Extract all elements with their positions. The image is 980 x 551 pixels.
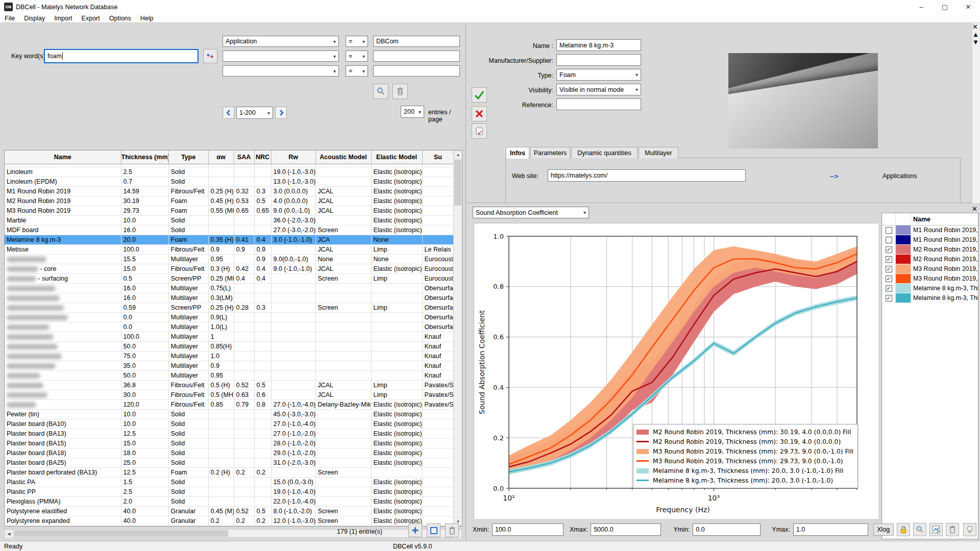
table-row[interactable]: Plaster board (BA10)10.0Solid27.0 (-1.0,…: [5, 419, 454, 429]
table-cell[interactable]: 0.9: [208, 361, 234, 370]
table-cell[interactable]: Elastic (isotropic): [371, 487, 422, 496]
table-cell[interactable]: 0.42: [234, 264, 254, 273]
zoom-chart-button[interactable]: [913, 523, 926, 536]
material-name-cell[interactable]: Polystyrene expanded: [5, 516, 121, 525]
reference-input[interactable]: [556, 98, 641, 110]
table-cell[interactable]: [234, 322, 254, 332]
table-cell[interactable]: [422, 167, 454, 177]
table-cell[interactable]: [234, 438, 254, 448]
table-row[interactable]: Polystyrene expanded40.0Granular0.20.20.…: [5, 516, 454, 525]
table-cell[interactable]: [271, 273, 315, 283]
table-cell[interactable]: Obersurfac: [422, 293, 454, 303]
table-cell[interactable]: 50.0: [121, 341, 168, 351]
table-row[interactable]: Plaster board (BA13)12.5Solid27.0 (-1.0,…: [5, 429, 454, 438]
table-cell[interactable]: 100.0: [121, 332, 168, 341]
table-row[interactable]: Pewter (tin)10.0Solid45.0 (-3.0,-3.0)Ela…: [5, 409, 454, 419]
table-cell[interactable]: [234, 458, 254, 467]
table-cell[interactable]: Knauf: [422, 370, 454, 380]
table-cell[interactable]: [422, 419, 454, 429]
table-cell[interactable]: 0.2: [234, 516, 254, 525]
table-cell[interactable]: [208, 167, 234, 177]
table-row[interactable]: Plaster board (BA18)18.0Solid29.0 (-1.0,…: [5, 448, 454, 458]
open-entry-window-button[interactable]: [427, 523, 440, 537]
scroll-left-icon[interactable]: ◀: [5, 530, 13, 538]
series-visibility-checkbox[interactable]: ✓: [886, 246, 892, 253]
table-cell[interactable]: [271, 467, 315, 477]
table-cell[interactable]: 15.0: [121, 438, 168, 448]
table-row[interactable]: - surfacing0.5Screen/PP0.25 (MH)0.40.4Sc…: [5, 273, 454, 283]
table-cell[interactable]: 0.45 (M): [208, 506, 234, 516]
table-cell[interactable]: 19.0 (-1.0,-4.0): [271, 487, 315, 496]
table-cell[interactable]: Elastic (isotropic): [371, 196, 422, 206]
material-name-cell[interactable]: - core: [5, 264, 121, 273]
table-cell[interactable]: Solid: [168, 419, 208, 429]
table-row[interactable]: 15.5Multilayer0.950.99.0(0.0,-1.0)NoneNo…: [5, 254, 454, 264]
table-cell[interactable]: [208, 429, 234, 438]
clear-chart-button[interactable]: [946, 523, 959, 536]
table-cell[interactable]: [315, 167, 371, 177]
table-cell[interactable]: 75.0: [121, 351, 168, 361]
table-cell[interactable]: 0.9: [208, 244, 234, 254]
table-cell[interactable]: [254, 370, 271, 380]
table-cell[interactable]: 16.0: [121, 283, 168, 293]
quantity-select[interactable]: Sound Absorption Coefficient▾: [473, 207, 589, 218]
table-cell[interactable]: Elastic (isotropic): [371, 438, 422, 448]
table-cell[interactable]: [315, 370, 371, 380]
table-cell[interactable]: 0.52: [234, 380, 254, 390]
table-cell[interactable]: [254, 496, 271, 506]
table-cell[interactable]: [315, 361, 371, 370]
table-cell[interactable]: 12.5: [121, 429, 168, 438]
table-cell[interactable]: Multilayer: [168, 254, 208, 264]
table-cell[interactable]: 0.0: [121, 312, 168, 322]
scroll-down-icon[interactable]: ▼: [972, 38, 980, 46]
table-row[interactable]: Polystyrene elastified40.0Granular0.45 (…: [5, 506, 454, 516]
material-name-cell[interactable]: - surfacing: [5, 273, 121, 283]
table-cell[interactable]: [254, 361, 271, 370]
manufacturer-input[interactable]: [556, 54, 641, 66]
table-cell[interactable]: [371, 283, 422, 293]
table-cell[interactable]: [371, 322, 422, 332]
table-cell[interactable]: 35.0: [121, 361, 168, 370]
table-cell[interactable]: 1.0: [208, 351, 234, 361]
table-cell[interactable]: [422, 177, 454, 186]
table-cell[interactable]: Limp: [371, 303, 422, 312]
table-cell[interactable]: 0.2: [254, 467, 271, 477]
table-cell[interactable]: [371, 351, 422, 361]
material-name-cell[interactable]: Linoleum (EPDM): [5, 177, 121, 186]
table-cell[interactable]: [234, 419, 254, 429]
series-list-item[interactable]: M1 Round Robin 2019, Thick: [882, 226, 978, 235]
column-header[interactable]: Su: [422, 151, 454, 164]
table-cell[interactable]: None: [371, 254, 422, 264]
table-cell[interactable]: Screen: [315, 467, 371, 477]
table-cell[interactable]: 27.0 (-1.0,-2.0): [271, 429, 315, 438]
table-cell[interactable]: JCA: [315, 235, 371, 244]
table-cell[interactable]: 18.0: [121, 448, 168, 458]
table-cell[interactable]: Granular: [168, 516, 208, 525]
series-visibility-checkbox[interactable]: ✓: [886, 276, 892, 282]
table-cell[interactable]: JCAL: [315, 390, 371, 399]
table-cell[interactable]: Eurocousti: [422, 273, 454, 283]
column-header[interactable]: αw: [208, 151, 234, 164]
table-cell[interactable]: 10.0: [121, 419, 168, 429]
table-cell[interactable]: [422, 438, 454, 448]
table-cell[interactable]: 1.5: [121, 477, 168, 487]
table-cell[interactable]: 0.53: [234, 196, 254, 206]
table-cell[interactable]: [208, 458, 234, 467]
material-name-cell[interactable]: [5, 380, 121, 390]
table-cell[interactable]: [254, 293, 271, 303]
filter1-value-input[interactable]: DBCom: [373, 36, 460, 47]
table-cell[interactable]: Solid: [168, 215, 208, 225]
material-name-cell[interactable]: [5, 254, 121, 264]
table-cell[interactable]: Multilayer: [168, 351, 208, 361]
series-visibility-checkbox[interactable]: ✓: [886, 266, 892, 272]
table-cell[interactable]: Elastic (isotropic): [371, 177, 422, 186]
table-cell[interactable]: 120.0: [121, 399, 168, 409]
table-cell[interactable]: Elastic (isotropic): [371, 186, 422, 196]
table-cell[interactable]: 29.0 (-1.0,-2.0): [271, 448, 315, 458]
table-cell[interactable]: 0.5 (MH): [208, 390, 234, 399]
table-cell[interactable]: [208, 487, 234, 496]
table-cell[interactable]: 0.3: [254, 186, 271, 196]
table-cell[interactable]: Solid: [168, 177, 208, 186]
table-row[interactable]: 50.0Multilayer0.95Knauf: [5, 370, 454, 380]
table-cell[interactable]: 29.73: [121, 206, 168, 215]
